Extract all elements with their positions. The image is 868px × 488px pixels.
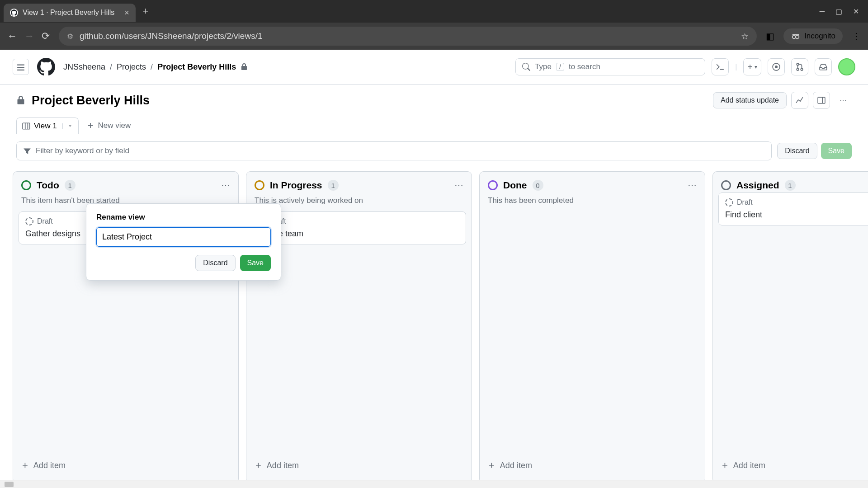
github-favicon <box>10 9 18 17</box>
svg-point-5 <box>797 68 799 70</box>
column-count: 1 <box>328 180 339 191</box>
filter-icon <box>23 147 31 155</box>
project-menu-button[interactable]: ⋯ <box>835 92 852 109</box>
filter-placeholder: Filter by keyword or by field <box>36 146 129 155</box>
chrome-menu-icon[interactable]: ⋮ <box>852 31 861 42</box>
lock-icon <box>241 63 248 70</box>
svg-rect-9 <box>23 123 30 129</box>
project-header: Project Beverly Hills Add status update … <box>0 84 868 116</box>
forward-button[interactable]: → <box>24 30 34 42</box>
card[interactable]: Draft Create team <box>252 211 466 244</box>
incognito-label: Incognito <box>804 32 835 41</box>
add-item-button[interactable]: +Add item <box>485 454 699 477</box>
url-text: github.com/users/JNSsheena/projects/2/vi… <box>80 31 262 41</box>
filter-discard-button[interactable]: Discard <box>777 143 817 159</box>
column-title: Done <box>503 180 527 191</box>
status-circle-icon <box>255 180 264 190</box>
search-input[interactable]: Type / to search <box>515 58 705 75</box>
column-header: Done 0 ⋯ <box>485 178 699 192</box>
user-avatar[interactable] <box>838 58 855 75</box>
column-menu-button[interactable]: ⋯ <box>688 180 697 191</box>
column-menu-button[interactable]: ⋯ <box>454 180 463 191</box>
close-window-icon[interactable]: ✕ <box>853 7 859 16</box>
column-assigned: Assigned 1 ⋯ Draft Find client +Add item <box>712 171 868 483</box>
column-menu-button[interactable]: ⋯ <box>221 180 230 191</box>
column-description: This is actively being worked on <box>252 192 466 211</box>
svg-point-0 <box>793 35 796 38</box>
close-tab-icon[interactable]: × <box>124 8 129 18</box>
command-palette-button[interactable] <box>712 58 729 75</box>
card-title: Find client <box>725 210 868 220</box>
filter-save-button[interactable]: Save <box>821 143 852 159</box>
scrollbar-thumb[interactable] <box>5 482 14 487</box>
github-logo-icon[interactable] <box>37 58 55 76</box>
address-bar: ← → ⟳ ⚙ github.com/users/JNSsheena/proje… <box>0 23 868 50</box>
bookmark-icon[interactable]: ☆ <box>741 31 749 42</box>
breadcrumb-projects[interactable]: Projects <box>117 62 146 72</box>
column-count: 0 <box>533 180 543 191</box>
column-title: Assigned <box>736 180 779 191</box>
project-title: Project Beverly Hills <box>32 94 150 108</box>
hamburger-menu-button[interactable] <box>13 59 29 75</box>
card-title: Create team <box>259 229 459 239</box>
rename-view-popup: Rename view Discard Save <box>86 203 281 281</box>
window-controls: ─ ▢ ✕ <box>814 7 864 16</box>
rename-view-label: Rename view <box>96 213 271 222</box>
rename-save-button[interactable]: Save <box>240 255 271 271</box>
view-tab-active[interactable]: View 1 <box>16 117 79 134</box>
draft-badge: Draft <box>725 198 868 206</box>
column-description: This has been completed <box>485 192 699 211</box>
pull-requests-button[interactable] <box>791 58 808 75</box>
search-icon <box>522 63 530 71</box>
incognito-badge[interactable]: Incognito <box>783 28 843 44</box>
column-count: 1 <box>785 180 796 191</box>
filter-input[interactable]: Filter by keyword or by field <box>16 141 772 160</box>
svg-point-3 <box>775 66 778 68</box>
insights-button[interactable] <box>791 92 808 109</box>
breadcrumb-owner[interactable]: JNSsheena <box>63 62 105 72</box>
new-tab-button[interactable]: + <box>137 5 154 17</box>
add-item-button[interactable]: +Add item <box>19 454 233 477</box>
lock-icon <box>16 96 25 105</box>
back-button[interactable]: ← <box>7 30 17 42</box>
issues-button[interactable] <box>768 58 785 75</box>
add-item-button[interactable]: +Add item <box>252 454 466 477</box>
site-settings-icon[interactable]: ⚙ <box>67 32 73 41</box>
breadcrumb-sep: / <box>151 62 153 72</box>
breadcrumb-current[interactable]: Project Beverly Hills <box>157 62 236 72</box>
rename-view-input[interactable] <box>96 227 271 247</box>
search-placeholder-prefix: Type <box>535 62 552 71</box>
filter-bar: Filter by keyword or by field Discard Sa… <box>0 135 868 167</box>
breadcrumb: JNSsheena / Projects / Project Beverly H… <box>63 62 248 72</box>
column-done: Done 0 ⋯ This has been completed +Add it… <box>479 171 705 483</box>
maximize-icon[interactable]: ▢ <box>835 7 842 16</box>
breadcrumb-sep: / <box>110 62 112 72</box>
column-title: In Progress <box>270 180 322 191</box>
add-item-button[interactable]: +Add item <box>718 454 868 477</box>
column-count: 1 <box>65 180 75 191</box>
status-circle-icon <box>21 180 31 190</box>
search-placeholder-suffix: to search <box>569 62 600 71</box>
add-status-update-button[interactable]: Add status update <box>713 92 787 108</box>
search-key-hint: / <box>556 63 564 71</box>
status-circle-icon <box>721 180 731 190</box>
svg-point-4 <box>797 63 799 66</box>
minimize-icon[interactable]: ─ <box>820 7 825 16</box>
tab-title: View 1 · Project Beverly Hills <box>23 9 114 17</box>
view-tab-dropdown[interactable] <box>62 123 73 129</box>
browser-tab[interactable]: View 1 · Project Beverly Hills × <box>4 4 136 22</box>
rename-discard-button[interactable]: Discard <box>195 255 235 271</box>
new-view-label: New view <box>98 121 131 130</box>
horizontal-scrollbar[interactable] <box>0 480 868 488</box>
project-details-button[interactable] <box>813 92 830 109</box>
view-tabs: View 1 + New view <box>0 116 868 135</box>
side-panel-icon[interactable]: ◧ <box>766 31 774 42</box>
status-circle-icon <box>488 180 498 190</box>
inbox-button[interactable] <box>815 58 832 75</box>
card[interactable]: Draft Find client <box>718 192 868 225</box>
board-icon <box>22 122 30 130</box>
new-view-button[interactable]: + New view <box>80 116 138 135</box>
create-new-button[interactable]: +▾ <box>743 58 761 75</box>
reload-button[interactable]: ⟳ <box>42 30 50 42</box>
url-field[interactable]: ⚙ github.com/users/JNSsheena/projects/2/… <box>59 27 757 46</box>
